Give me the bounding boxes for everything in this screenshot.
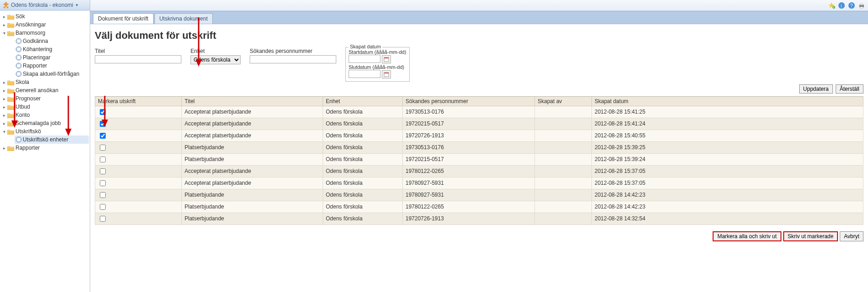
cell-pnr: 19730513-0176	[403, 106, 535, 118]
row-checkbox[interactable]	[100, 216, 106, 222]
tree-item[interactable]: ▸Utbud	[1, 103, 89, 111]
tree-item[interactable]: ▾Barnomsorg	[1, 29, 89, 37]
filter-pnr: Sökandes personnummer	[250, 48, 336, 63]
expander-icon[interactable]: ▸	[2, 104, 6, 110]
tree-item-label: Schemalagda jobb	[15, 120, 61, 126]
tab-utskrivna-dokument[interactable]: Utskrivna dokument	[154, 13, 213, 24]
cell-pnr: 19730513-0176	[403, 141, 535, 153]
filter-pnr-input[interactable]	[250, 55, 336, 63]
end-date-label: Slutdatum (åååå-mm-dd)	[349, 64, 406, 70]
tree-item[interactable]: ▾Utskriftskö	[1, 127, 89, 136]
tree-item[interactable]: ▸Konto	[1, 111, 89, 119]
cancel-button[interactable]: Avbryt	[840, 231, 863, 241]
cell-unit: Odens förskola	[323, 106, 403, 118]
tree-item-label: Skapa aktuell-förfrågan	[23, 71, 79, 77]
calendar-icon	[384, 72, 389, 77]
tree-item[interactable]: ▸Generell ansökan	[1, 86, 89, 94]
start-date-picker-button[interactable]	[382, 55, 391, 63]
cell-unit: Odens förskola	[323, 213, 403, 224]
table-row: PlatserbjudandeOdens förskola19720726-19…	[95, 213, 863, 224]
cell-title: Platserbjudande	[182, 153, 323, 165]
row-checkbox[interactable]	[100, 180, 106, 186]
col-header-title[interactable]: Titel	[182, 96, 323, 106]
row-checkbox[interactable]	[100, 133, 106, 139]
end-date-input[interactable]	[349, 70, 380, 78]
print-icon[interactable]	[858, 2, 865, 9]
cell-date: 2012-08-28 15:41:25	[592, 106, 863, 118]
update-button[interactable]: Uppdatera	[799, 84, 833, 94]
row-checkbox[interactable]	[100, 156, 106, 162]
tree-item-label: Barnomsorg	[15, 30, 45, 36]
tree-item[interactable]: Skapa aktuell-förfrågan	[15, 70, 89, 78]
tab-dokument-for-utskrift[interactable]: Dokument för utskrift	[93, 13, 154, 24]
tree-item[interactable]: ▸Ansökningar	[1, 21, 89, 29]
svg-rect-20	[860, 3, 863, 5]
tree-item[interactable]: ▸Schemalagda jobb	[1, 119, 89, 127]
expander-icon[interactable]: ▸	[2, 22, 6, 27]
expander-icon[interactable]: ▸	[2, 113, 6, 118]
cell-title: Accepterat platserbjudande	[182, 177, 323, 189]
row-checkbox[interactable]	[100, 204, 106, 210]
col-header-unit[interactable]: Enhet	[323, 96, 403, 106]
svg-rect-23	[384, 57, 389, 58]
page-icon	[15, 38, 22, 44]
tree-item[interactable]: ▸Sök	[1, 12, 89, 21]
expander-icon[interactable]: ▾	[2, 31, 6, 36]
row-checkbox[interactable]	[100, 168, 106, 174]
filter-unit-label: Enhet	[190, 48, 241, 54]
col-header-by[interactable]: Skapat av	[535, 96, 592, 106]
row-checkbox[interactable]	[100, 109, 106, 115]
tree-item[interactable]: Rapporter	[15, 62, 89, 70]
help-icon[interactable]: ?	[848, 2, 855, 9]
tree-item[interactable]: Godkänna	[15, 37, 89, 45]
cell-by	[535, 213, 592, 224]
cell-pnr: 19720726-1913	[403, 130, 535, 141]
col-header-pnr[interactable]: Sökandes personnummer	[403, 96, 535, 106]
svg-rect-9	[17, 73, 20, 75]
cell-by	[535, 201, 592, 213]
filter-title-input[interactable]	[95, 55, 181, 63]
expander-icon[interactable]: ▸	[2, 14, 6, 19]
cell-pnr: 19780927-5931	[403, 189, 535, 201]
table-row: Accepterat platserbjudandeOdens förskola…	[95, 106, 863, 118]
expander-icon[interactable]: ▾	[2, 129, 6, 134]
end-date-picker-button[interactable]	[382, 70, 391, 78]
tree-item[interactable]: Utskriftskö enheter	[15, 136, 89, 144]
start-date-input[interactable]	[349, 55, 380, 63]
table-row: PlatserbjudandeOdens förskola19780927-59…	[95, 189, 863, 201]
expander-icon[interactable]: ▸	[2, 80, 6, 85]
cell-pnr: 19780122-0265	[403, 201, 535, 213]
folder-icon	[7, 104, 15, 110]
favorite-icon[interactable]: +	[828, 2, 835, 9]
tree-item[interactable]: Köhantering	[15, 45, 89, 53]
page-title: Välj dokument för utskrift	[95, 30, 863, 42]
row-checkbox[interactable]	[100, 192, 106, 198]
cell-unit: Odens förskola	[323, 201, 403, 213]
sidebar-header[interactable]: Odens förskola - ekonomi ▼	[0, 0, 90, 10]
tree-item-label: Generell ansökan	[15, 87, 58, 94]
expander-icon[interactable]: ▸	[2, 146, 6, 151]
row-checkbox[interactable]	[100, 121, 106, 127]
mark-all-print-button[interactable]: Markera alla och skriv ut	[713, 231, 781, 241]
info-icon[interactable]: i	[838, 2, 845, 9]
expander-icon[interactable]: ▸	[2, 88, 6, 93]
tree-item[interactable]: ▸Prognoser	[1, 94, 89, 103]
print-marked-button[interactable]: Skriv ut markerade	[783, 231, 838, 241]
tree-item[interactable]: Placeringar	[15, 53, 89, 62]
row-checkbox[interactable]	[100, 145, 106, 151]
tree-item[interactable]: ▸Skola	[1, 78, 89, 86]
col-header-mark[interactable]: Markera utskrift	[95, 96, 182, 106]
filter-unit-select[interactable]: Odens förskola	[190, 55, 241, 64]
table-row: PlatserbjudandeOdens förskola19720215-05…	[95, 153, 863, 165]
expander-icon[interactable]: ▸	[2, 96, 6, 101]
folder-icon	[7, 79, 15, 85]
cell-date: 2012-08-28 14:32:54	[592, 213, 863, 224]
svg-rect-1	[17, 40, 20, 42]
tree-item-label: Utbud	[15, 104, 30, 110]
filter-date-group: Skapat datum Startdatum (åååå-mm-dd) Slu…	[345, 48, 410, 82]
col-header-date[interactable]: Skapat datum	[592, 96, 863, 106]
tree-item-label: Rapporter	[23, 63, 47, 69]
tree-item[interactable]: ▸Rapporter	[1, 144, 89, 152]
reset-button[interactable]: Återställ	[836, 84, 863, 94]
expander-icon[interactable]: ▸	[2, 121, 6, 126]
